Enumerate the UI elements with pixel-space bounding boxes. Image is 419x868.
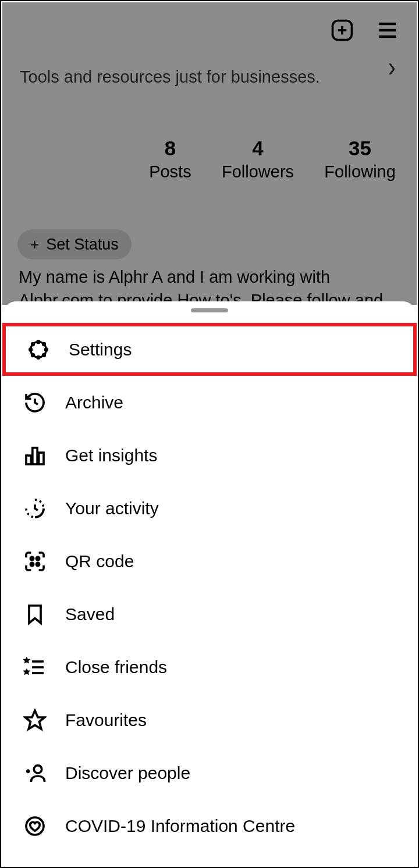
bar-chart-icon [22,443,48,468]
profile-stats-row: 8 Posts 4 Followers 35 Following [2,95,417,222]
menu-item-archive[interactable]: Archive [2,376,417,429]
profile-header [2,2,417,58]
menu-label: Close friends [65,657,167,677]
archive-icon [22,390,48,415]
chevron-right-icon: › [388,51,396,82]
svg-point-18 [30,557,33,560]
svg-point-21 [36,563,39,565]
bottom-sheet: Settings Archive [2,301,417,866]
menu-item-discover[interactable]: Discover people [2,746,417,799]
menu-list: Settings Archive [2,312,417,852]
plus-square-icon [329,17,355,43]
followers-label: Followers [222,162,294,182]
svg-point-20 [30,563,33,565]
svg-point-9 [30,348,32,351]
set-status-button[interactable]: + Set Status [17,229,132,259]
menu-item-close-friends[interactable]: Close friends [2,641,417,693]
menu-item-activity[interactable]: Your activity [2,482,417,535]
menu-label: Your activity [65,499,159,518]
qr-code-icon [22,549,48,574]
heart-info-icon [22,813,48,839]
following-stat[interactable]: 35 Following [324,137,396,182]
business-tools-banner[interactable]: Tools and resources just for businesses.… [2,59,417,94]
svg-rect-15 [26,456,31,464]
followers-stat[interactable]: 4 Followers [222,137,294,182]
menu-item-covid[interactable]: COVID-19 Information Centre [2,799,417,852]
star-icon [22,707,48,733]
svg-point-11 [32,343,34,345]
create-button[interactable] [329,17,355,43]
list-star-icon [22,654,48,680]
posts-count: 8 [149,137,191,160]
header-actions [329,17,400,43]
sheet-grabber[interactable] [191,308,228,312]
menu-label: Favourites [65,710,147,730]
svg-point-14 [43,354,45,356]
menu-item-insights[interactable]: Get insights [2,429,417,482]
svg-marker-26 [24,670,29,673]
menu-item-settings[interactable]: Settings [2,323,417,376]
menu-label: COVID-19 Information Centre [65,816,295,836]
profile-picture[interactable] [8,95,128,222]
menu-item-favourites[interactable]: Favourites [2,693,417,746]
svg-point-19 [36,557,39,560]
menu-item-qr[interactable]: QR code [2,535,417,588]
plus-icon: + [30,236,39,254]
svg-point-8 [37,356,40,358]
gear-icon [26,337,51,362]
menu-label: Saved [65,604,115,624]
posts-stat[interactable]: 8 Posts [149,137,191,182]
svg-marker-25 [24,658,29,661]
set-status-label: Set Status [46,236,119,254]
svg-rect-16 [33,447,37,464]
menu-icon [375,17,400,43]
svg-point-7 [37,340,40,343]
banner-text: Tools and resources just for businesses. [20,67,320,87]
svg-marker-27 [25,710,44,729]
add-person-icon [22,760,48,786]
following-label: Following [324,162,396,182]
svg-point-12 [43,343,45,345]
menu-label: Discover people [65,763,190,783]
posts-label: Posts [149,162,191,182]
hamburger-menu-button[interactable] [375,17,400,43]
following-count: 35 [324,137,396,160]
bookmark-icon [22,602,48,627]
username-area[interactable] [19,8,221,53]
menu-item-saved[interactable]: Saved [2,588,417,641]
menu-label: QR code [65,552,134,571]
activity-icon [22,496,48,521]
svg-point-13 [32,354,34,356]
menu-label: Archive [65,393,123,412]
menu-label: Settings [69,340,132,360]
svg-point-10 [45,348,47,351]
svg-point-28 [34,765,41,773]
followers-count: 4 [222,137,294,160]
stats-container: 8 Posts 4 Followers 35 Following [128,95,417,222]
menu-label: Get insights [65,446,157,465]
svg-rect-17 [39,453,44,464]
app-screen: Tools and resources just for businesses.… [0,0,419,868]
